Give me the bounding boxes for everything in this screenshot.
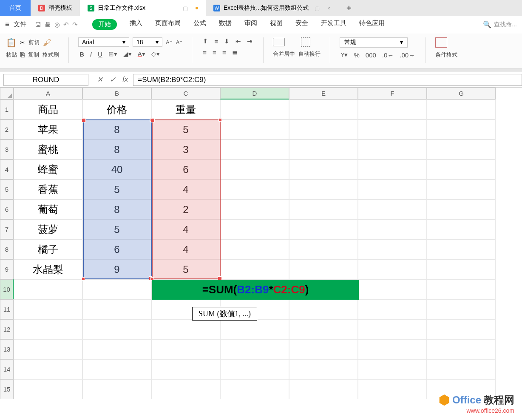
tab-excel-tip[interactable]: WExcel表格技...如何运用数组公式▢∘ [206,0,339,16]
indent-dec-icon[interactable]: ⇤ [234,37,242,45]
cell[interactable] [358,379,427,399]
menu-devtools[interactable]: 开发工具 [321,19,346,30]
cell[interactable]: 3 [151,139,220,159]
menu-review[interactable]: 审阅 [244,19,257,30]
wrap-icon[interactable] [301,37,310,47]
cell[interactable] [151,379,220,399]
cell[interactable] [151,339,220,359]
border-button[interactable]: ⊞▾ [107,50,119,58]
cell[interactable]: 6 [82,239,151,259]
cell[interactable] [220,219,289,239]
cell[interactable] [220,99,289,119]
copy-icon[interactable]: ⎘ [20,51,25,59]
cell[interactable] [358,239,427,259]
cell[interactable] [289,299,358,319]
cell[interactable] [82,319,151,339]
align-center-icon[interactable]: ≡ [211,49,218,56]
col-header-f[interactable]: F [358,88,427,99]
cell[interactable]: 商品 [14,99,82,119]
cell[interactable]: 6 [151,159,220,179]
cell[interactable] [220,199,289,219]
cell[interactable] [358,219,427,239]
cell[interactable] [14,359,82,379]
row-header[interactable]: 7 [0,219,14,239]
row-header[interactable]: 1 [0,99,14,119]
search-command[interactable]: 🔍查找命... [483,20,517,28]
hamburger-icon[interactable]: ≡ [5,20,9,29]
select-all-corner[interactable] [0,88,14,99]
cell[interactable]: 4 [151,219,220,239]
painter-label[interactable]: 格式刷 [43,51,59,59]
cell[interactable] [82,299,151,319]
cell[interactable] [427,139,496,159]
cell[interactable] [14,339,82,359]
col-header-e[interactable]: E [289,88,358,99]
menu-start[interactable]: 开始 [92,19,117,30]
cell[interactable] [220,179,289,199]
cell[interactable]: 5 [151,259,220,279]
cell[interactable] [82,379,151,399]
cell[interactable] [427,199,496,219]
cell[interactable] [358,159,427,179]
cell[interactable]: 5 [82,179,151,199]
cell[interactable] [427,159,496,179]
cell[interactable] [289,159,358,179]
col-header-d[interactable]: D [220,88,289,99]
cell[interactable] [427,339,496,359]
cell[interactable] [289,119,358,139]
cell[interactable] [358,119,427,139]
merge-label[interactable]: 合并居中 [273,50,295,58]
cell[interactable] [289,259,358,279]
cell[interactable] [427,279,496,299]
cell[interactable] [289,199,358,219]
cell[interactable] [220,139,289,159]
cell[interactable]: 40 [82,159,151,179]
row-header[interactable]: 14 [0,359,14,379]
menu-formula[interactable]: 公式 [193,19,206,30]
cond-format-icon[interactable] [435,37,447,48]
cell[interactable] [220,119,289,139]
fx-icon[interactable]: fx [122,75,128,84]
row-header[interactable]: 4 [0,159,14,179]
row-header[interactable]: 15 [0,379,14,399]
cell[interactable]: 5 [151,119,220,139]
paste-icon[interactable]: 📋 [6,37,17,48]
cond-format-label[interactable]: 条件格式 [435,51,457,59]
cell[interactable] [427,99,496,119]
cell[interactable] [220,259,289,279]
name-box[interactable]: ROUND [3,74,88,86]
cell[interactable] [289,339,358,359]
cell[interactable]: 5 [82,219,151,239]
bold-button[interactable]: B [78,51,85,58]
cell[interactable] [358,259,427,279]
distribute-icon[interactable]: ≣ [231,48,239,56]
new-tab-button[interactable]: + [346,3,352,13]
cell[interactable] [358,359,427,379]
row-header[interactable]: 6 [0,199,14,219]
cell[interactable] [14,379,82,399]
active-cell-formula[interactable]: =SUM( B2:B9 * C2:C9 ) [152,280,359,300]
cell[interactable] [427,119,496,139]
cell[interactable] [289,139,358,159]
menu-layout[interactable]: 页面布局 [155,19,181,30]
dec-inc-icon[interactable]: .0← [381,51,395,59]
tab-template[interactable]: D稻壳模板 [31,0,80,16]
cell[interactable] [289,359,358,379]
cell[interactable] [220,159,289,179]
menu-insert[interactable]: 插入 [130,19,142,30]
cell[interactable]: 8 [82,119,151,139]
cell[interactable]: 4 [151,239,220,259]
cell[interactable] [358,299,427,319]
menu-security[interactable]: 安全 [295,19,308,30]
underline-button[interactable]: U [96,51,104,58]
cell[interactable]: 9 [82,259,151,279]
cell[interactable] [82,339,151,359]
cell[interactable] [289,319,358,339]
menu-data[interactable]: 数据 [219,19,232,30]
comma-icon[interactable]: 000 [364,51,377,59]
tab-home[interactable]: 首页 [0,0,31,16]
clear-format-button[interactable]: ◇▾ [150,50,161,58]
accept-formula-icon[interactable]: ✓ [110,75,116,84]
align-right-icon[interactable]: ≡ [221,49,227,56]
save-icon[interactable]: 🖫 [35,21,41,28]
